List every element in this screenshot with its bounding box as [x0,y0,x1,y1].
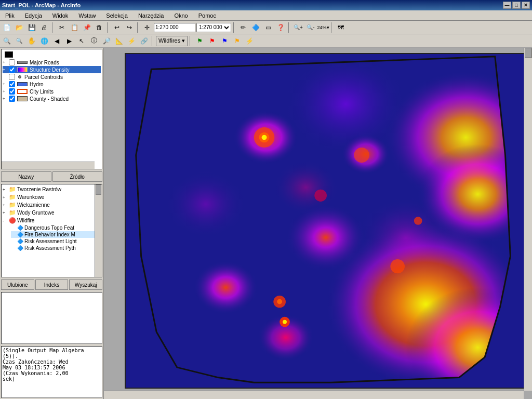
back-button[interactable]: ◀ [51,35,62,47]
expand-city-limits[interactable]: + [3,89,8,94]
map-container[interactable] [104,48,532,399]
toc-hydro[interactable]: + Hydro [3,81,101,88]
toc-structure-density[interactable]: + Structure Density [3,66,101,73]
toc-hscroll[interactable] [2,162,95,169]
undo-button[interactable]: ↩ [111,22,123,33]
catalog-vscroll[interactable] [95,184,102,277]
select-tool[interactable]: ↖ [76,35,87,47]
ulubione-tab[interactable]: Ulubione [1,280,34,290]
menu-wstaw[interactable]: Wstaw [75,11,99,20]
zoom-in-map[interactable]: 🔍 [1,35,12,47]
zoom-pct[interactable]: 24%▾ [317,22,329,33]
menu-narzedzia[interactable]: Narzędzia [135,11,167,20]
menu-pomoc[interactable]: Pomoc [195,11,219,20]
nav-button[interactable]: ✛ [141,22,153,33]
pan-button[interactable]: ✋ [26,35,37,47]
zoom-out-map[interactable]: 🔍 [14,35,25,47]
cat-risk-pyth[interactable]: 🔷 Risk Assessment Pyth [11,245,101,251]
maximize-button[interactable]: □ [512,2,521,9]
toc-county-shaded[interactable]: + County - Shaded [3,95,101,102]
flag-yellow[interactable]: ⚑ [231,35,243,47]
toc-major-roads[interactable]: + Major Roads [3,59,101,66]
map-canvas[interactable] [125,53,527,389]
cat-warunkowe[interactable]: + 📁 Warunkowe [3,193,101,201]
zrodlo-button[interactable]: Źródło [52,171,103,182]
zoom-out-toolbar[interactable]: 🔍- [305,22,316,33]
paste-button[interactable]: 📌 [81,22,92,33]
copy-button[interactable]: 📋 [69,22,80,33]
catalog-scroll[interactable]: + 📁 Tworzenie Rastrów + 📁 Warunkowe + 📁 … [2,184,102,277]
flag-red[interactable]: ⚑ [206,35,218,47]
expand-wody[interactable]: + [3,210,8,216]
toc-area[interactable]: + Major Roads + Structure Density [1,49,102,169]
expand-warunkowe[interactable]: + [3,195,8,200]
close-button[interactable]: ✕ [522,2,530,9]
globe-button[interactable]: 🌐 [38,35,50,47]
check-city-limits[interactable] [9,88,15,95]
check-parcel-centroids[interactable] [9,74,15,80]
menu-widok[interactable]: Widok [49,11,72,20]
find-button[interactable]: 🔎 [101,35,112,47]
expand-structure-density[interactable]: + [3,67,8,72]
separator6 [331,22,333,33]
expand-county-shaded[interactable]: + [3,96,8,101]
expand-hydro[interactable]: + [3,82,8,87]
wildfires-dropdown[interactable]: Wildfires ▾ [156,36,188,46]
cat-wody[interactable]: + 📁 Wody Gruntowe [3,209,101,217]
catalog-vscroll-thumb[interactable] [96,184,101,195]
map-vscroll-thumb[interactable] [525,48,531,58]
scale-input[interactable] [154,23,195,32]
expand-wielozmienne[interactable]: + [3,203,8,208]
menu-plik[interactable]: Plik [2,11,18,20]
forward-button[interactable]: ▶ [63,35,75,47]
save-button[interactable]: 💾 [26,22,37,33]
cat-wildfire[interactable]: - 🔴 Wildfire [3,217,101,224]
scale-dropdown[interactable]: 1:270 000 [196,23,231,32]
menu-edycja[interactable]: Edycja [22,11,45,20]
map-vscroll[interactable] [524,48,532,391]
raster-icon-risk-light: 🔷 [17,238,23,244]
measure-button[interactable]: 📐 [113,35,125,47]
redo-button[interactable]: ↪ [124,22,135,33]
delete-button[interactable]: 🗑 [94,22,105,33]
toc-parcel-centroids[interactable]: Parcel Centroids [3,73,101,81]
digitize-button[interactable]: ✏ [237,22,249,33]
cat-dangerous-topo[interactable]: 🔷 Dangerous Topo Feat [11,224,101,231]
menu-okno[interactable]: Okno [171,11,191,20]
toc-scroll[interactable]: + Major Roads + Structure Density [2,49,102,169]
hyperlink-button[interactable]: 🔗 [138,35,150,47]
flag-purple[interactable]: ⚡ [244,35,255,47]
flag-blue[interactable]: ⚑ [219,35,230,47]
cat-fire-behavior[interactable]: 🔷 Fire Behavior Index M [11,231,101,238]
nazwy-button[interactable]: Nazwy [1,171,51,182]
open-button[interactable]: 📂 [14,22,25,33]
check-hydro[interactable] [9,81,15,87]
check-structure-density[interactable] [9,66,15,73]
expand-major-roads[interactable]: + [3,60,8,65]
layout-button[interactable]: 🗺 [335,22,347,33]
catalog-area[interactable]: + 📁 Tworzenie Rastrów + 📁 Warunkowe + 📁 … [1,184,102,277]
cut-button[interactable]: ✂ [56,22,68,33]
help-button[interactable]: ❓ [275,22,286,33]
identify-button[interactable]: ⓘ [88,35,100,47]
menu-selekcja[interactable]: Selekcja [103,11,131,20]
indeks-tab[interactable]: Indeks [35,280,69,290]
new-button[interactable]: 📄 [1,22,12,33]
cat-wielozmienne[interactable]: + 📁 Wielozmienne [3,201,101,209]
print-button[interactable]: 🖨 [38,22,50,33]
flag-green[interactable]: ⚑ [194,35,205,47]
wyszukaj-tab[interactable]: Wyszukaj [69,280,102,290]
toc-city-limits[interactable]: + City Limits [3,88,101,95]
map-hscroll[interactable] [104,391,524,399]
minimize-button[interactable]: — [503,2,511,9]
check-county-shaded[interactable] [9,96,15,102]
check-major-roads[interactable] [9,59,15,65]
box-button[interactable]: ▭ [262,22,274,33]
cat-risk-light[interactable]: 🔷 Risk Assessment Light [11,238,101,245]
3d-button[interactable]: 🔷 [250,22,261,33]
expand-tworzenie[interactable]: + [3,187,8,192]
lightning-button[interactable]: ⚡ [126,35,137,47]
cat-tworzenie[interactable]: + 📁 Tworzenie Rastrów [3,185,101,193]
zoom-in-toolbar[interactable]: 🔍+ [292,22,304,33]
expand-wildfire[interactable]: - [3,218,8,223]
